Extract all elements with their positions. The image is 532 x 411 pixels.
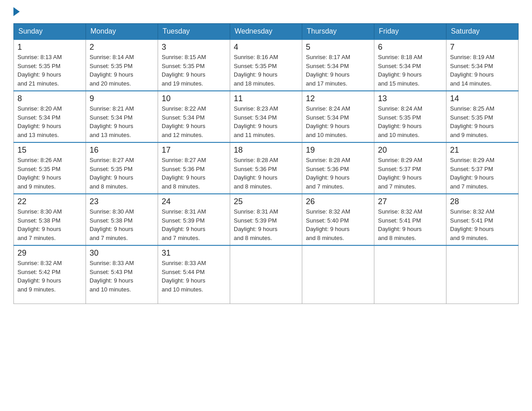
day-number: 28 xyxy=(450,197,515,206)
day-info: Sunrise: 8:24 AMSunset: 5:35 PMDaylight:… xyxy=(378,105,422,138)
calendar-cell: 26 Sunrise: 8:32 AMSunset: 5:40 PMDaylig… xyxy=(302,194,374,245)
day-number: 24 xyxy=(162,197,226,206)
day-info: Sunrise: 8:17 AMSunset: 5:34 PMDaylight:… xyxy=(306,54,350,87)
day-number: 21 xyxy=(450,146,515,155)
day-info: Sunrise: 8:25 AMSunset: 5:35 PMDaylight:… xyxy=(450,105,494,138)
day-number: 17 xyxy=(162,146,226,155)
day-info: Sunrise: 8:31 AMSunset: 5:39 PMDaylight:… xyxy=(162,208,206,241)
day-number: 8 xyxy=(17,94,82,103)
day-number: 29 xyxy=(17,248,82,258)
calendar-cell: 18 Sunrise: 8:28 AMSunset: 5:36 PMDaylig… xyxy=(230,142,302,194)
calendar-cell: 21 Sunrise: 8:29 AMSunset: 5:37 PMDaylig… xyxy=(446,142,519,194)
day-info: Sunrise: 8:28 AMSunset: 5:36 PMDaylight:… xyxy=(306,157,350,190)
column-header-tuesday: Tuesday xyxy=(158,24,230,40)
calendar-cell: 28 Sunrise: 8:32 AMSunset: 5:41 PMDaylig… xyxy=(446,194,519,245)
column-header-wednesday: Wednesday xyxy=(230,24,302,40)
day-info: Sunrise: 8:27 AMSunset: 5:36 PMDaylight:… xyxy=(162,157,206,190)
calendar-cell: 27 Sunrise: 8:32 AMSunset: 5:41 PMDaylig… xyxy=(374,194,446,245)
day-info: Sunrise: 8:33 AMSunset: 5:43 PMDaylight:… xyxy=(90,260,134,293)
calendar-cell xyxy=(374,245,446,304)
day-number: 2 xyxy=(90,43,154,52)
calendar-cell: 20 Sunrise: 8:29 AMSunset: 5:37 PMDaylig… xyxy=(374,142,446,194)
day-info: Sunrise: 8:16 AMSunset: 5:35 PMDaylight:… xyxy=(234,54,278,87)
day-number: 1 xyxy=(17,43,82,52)
logo xyxy=(13,9,20,14)
day-number: 31 xyxy=(162,248,226,258)
day-info: Sunrise: 8:28 AMSunset: 5:36 PMDaylight:… xyxy=(234,157,278,190)
day-info: Sunrise: 8:20 AMSunset: 5:34 PMDaylight:… xyxy=(17,105,62,138)
day-number: 9 xyxy=(90,94,154,103)
day-info: Sunrise: 8:14 AMSunset: 5:35 PMDaylight:… xyxy=(90,54,134,87)
day-info: Sunrise: 8:31 AMSunset: 5:39 PMDaylight:… xyxy=(234,208,278,241)
calendar-week-row: 15 Sunrise: 8:26 AMSunset: 5:35 PMDaylig… xyxy=(14,142,519,194)
calendar-cell: 12 Sunrise: 8:24 AMSunset: 5:34 PMDaylig… xyxy=(302,91,374,142)
page-header xyxy=(13,9,519,14)
day-info: Sunrise: 8:15 AMSunset: 5:35 PMDaylight:… xyxy=(162,54,206,87)
calendar-cell: 4 Sunrise: 8:16 AMSunset: 5:35 PMDayligh… xyxy=(230,39,302,91)
calendar-cell: 13 Sunrise: 8:24 AMSunset: 5:35 PMDaylig… xyxy=(374,91,446,142)
calendar-cell: 24 Sunrise: 8:31 AMSunset: 5:39 PMDaylig… xyxy=(158,194,230,245)
day-number: 15 xyxy=(17,146,82,155)
day-number: 22 xyxy=(17,197,82,206)
day-number: 25 xyxy=(234,197,298,206)
day-info: Sunrise: 8:23 AMSunset: 5:34 PMDaylight:… xyxy=(234,105,278,138)
day-number: 13 xyxy=(378,94,442,103)
calendar-cell: 9 Sunrise: 8:21 AMSunset: 5:34 PMDayligh… xyxy=(86,91,158,142)
day-info: Sunrise: 8:30 AMSunset: 5:38 PMDaylight:… xyxy=(90,208,134,241)
calendar-cell: 11 Sunrise: 8:23 AMSunset: 5:34 PMDaylig… xyxy=(230,91,302,142)
day-number: 7 xyxy=(450,43,515,52)
day-number: 19 xyxy=(306,146,370,155)
calendar-table: SundayMondayTuesdayWednesdayThursdayFrid… xyxy=(13,23,519,304)
calendar-cell: 8 Sunrise: 8:20 AMSunset: 5:34 PMDayligh… xyxy=(14,91,86,142)
calendar-cell: 30 Sunrise: 8:33 AMSunset: 5:43 PMDaylig… xyxy=(86,245,158,304)
day-info: Sunrise: 8:27 AMSunset: 5:35 PMDaylight:… xyxy=(90,157,134,190)
day-info: Sunrise: 8:18 AMSunset: 5:34 PMDaylight:… xyxy=(378,54,422,87)
calendar-cell: 15 Sunrise: 8:26 AMSunset: 5:35 PMDaylig… xyxy=(14,142,86,194)
calendar-week-row: 22 Sunrise: 8:30 AMSunset: 5:38 PMDaylig… xyxy=(14,194,519,245)
calendar-cell xyxy=(302,245,374,304)
calendar-cell: 22 Sunrise: 8:30 AMSunset: 5:38 PMDaylig… xyxy=(14,194,86,245)
day-info: Sunrise: 8:30 AMSunset: 5:38 PMDaylight:… xyxy=(17,208,62,241)
calendar-week-row: 8 Sunrise: 8:20 AMSunset: 5:34 PMDayligh… xyxy=(14,91,519,142)
calendar-header-row: SundayMondayTuesdayWednesdayThursdayFrid… xyxy=(14,24,519,40)
day-info: Sunrise: 8:32 AMSunset: 5:41 PMDaylight:… xyxy=(378,208,422,241)
day-number: 4 xyxy=(234,43,298,52)
day-info: Sunrise: 8:13 AMSunset: 5:35 PMDaylight:… xyxy=(17,54,62,87)
calendar-cell: 5 Sunrise: 8:17 AMSunset: 5:34 PMDayligh… xyxy=(302,39,374,91)
column-header-friday: Friday xyxy=(374,24,446,40)
calendar-cell: 17 Sunrise: 8:27 AMSunset: 5:36 PMDaylig… xyxy=(158,142,230,194)
calendar-week-row: 1 Sunrise: 8:13 AMSunset: 5:35 PMDayligh… xyxy=(14,39,519,91)
calendar-cell xyxy=(446,245,519,304)
day-number: 14 xyxy=(450,94,515,103)
day-number: 16 xyxy=(90,146,154,155)
day-number: 3 xyxy=(162,43,226,52)
calendar-cell: 14 Sunrise: 8:25 AMSunset: 5:35 PMDaylig… xyxy=(446,91,519,142)
day-number: 12 xyxy=(306,94,370,103)
day-number: 23 xyxy=(90,197,154,206)
day-number: 30 xyxy=(90,248,154,258)
day-info: Sunrise: 8:19 AMSunset: 5:34 PMDaylight:… xyxy=(450,54,494,87)
calendar-cell: 6 Sunrise: 8:18 AMSunset: 5:34 PMDayligh… xyxy=(374,39,446,91)
day-info: Sunrise: 8:29 AMSunset: 5:37 PMDaylight:… xyxy=(450,157,494,190)
calendar-week-row: 29 Sunrise: 8:32 AMSunset: 5:42 PMDaylig… xyxy=(14,245,519,304)
calendar-cell: 3 Sunrise: 8:15 AMSunset: 5:35 PMDayligh… xyxy=(158,39,230,91)
column-header-thursday: Thursday xyxy=(302,24,374,40)
day-info: Sunrise: 8:32 AMSunset: 5:40 PMDaylight:… xyxy=(306,208,350,241)
day-info: Sunrise: 8:33 AMSunset: 5:44 PMDaylight:… xyxy=(162,260,206,293)
calendar-cell: 29 Sunrise: 8:32 AMSunset: 5:42 PMDaylig… xyxy=(14,245,86,304)
day-number: 18 xyxy=(234,146,298,155)
day-number: 26 xyxy=(306,197,370,206)
calendar-cell: 25 Sunrise: 8:31 AMSunset: 5:39 PMDaylig… xyxy=(230,194,302,245)
calendar-cell xyxy=(230,245,302,304)
calendar-cell: 2 Sunrise: 8:14 AMSunset: 5:35 PMDayligh… xyxy=(86,39,158,91)
calendar-cell: 7 Sunrise: 8:19 AMSunset: 5:34 PMDayligh… xyxy=(446,39,519,91)
day-number: 20 xyxy=(378,146,442,155)
column-header-saturday: Saturday xyxy=(446,24,519,40)
calendar-cell: 19 Sunrise: 8:28 AMSunset: 5:36 PMDaylig… xyxy=(302,142,374,194)
day-info: Sunrise: 8:32 AMSunset: 5:42 PMDaylight:… xyxy=(17,260,62,293)
calendar-cell: 10 Sunrise: 8:22 AMSunset: 5:34 PMDaylig… xyxy=(158,91,230,142)
day-info: Sunrise: 8:22 AMSunset: 5:34 PMDaylight:… xyxy=(162,105,206,138)
calendar-cell: 23 Sunrise: 8:30 AMSunset: 5:38 PMDaylig… xyxy=(86,194,158,245)
day-info: Sunrise: 8:26 AMSunset: 5:35 PMDaylight:… xyxy=(17,157,62,190)
day-number: 10 xyxy=(162,94,226,103)
